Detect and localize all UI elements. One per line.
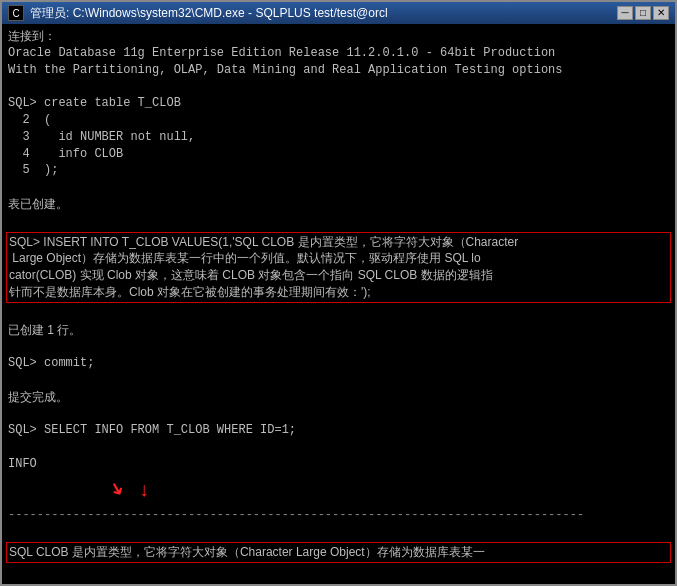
down-arrow-2: ↓	[138, 477, 150, 505]
info-header: INFO	[8, 456, 669, 473]
create-sql-1: SQL> create table T_CLOB	[8, 95, 669, 112]
terminal-area[interactable]: 连接到： Oracle Database 11g Enterprise Edit…	[2, 24, 675, 584]
blank-7	[8, 406, 669, 423]
create-sql-4: 4 info CLOB	[8, 146, 669, 163]
minimize-button[interactable]: ─	[617, 6, 633, 20]
blank-9	[8, 524, 669, 541]
window-controls: ─ □ ✕	[617, 6, 669, 20]
blank-5	[8, 338, 669, 355]
blank-3	[8, 213, 669, 230]
blank-8	[8, 439, 669, 456]
result-block: SQL CLOB 是内置类型，它将字符大对象（Character Large O…	[6, 542, 671, 563]
prompt-area: SQL> ➜ → 只能查询到一部分数据	[8, 582, 669, 584]
rows-created: 已创建 1 行。	[8, 322, 669, 339]
insert-sql-4: 针而不是数据库本身。Clob 对象在它被创建的事务处理期间有效：');	[9, 284, 668, 301]
create-sql-5: 5 );	[8, 162, 669, 179]
created-msg: 表已创建。	[8, 196, 669, 213]
insert-sql-3: cator(CLOB) 实现 Clob 对象，这意味着 CLOB 对象包含一个指…	[9, 267, 668, 284]
commit-done: 提交完成。	[8, 389, 669, 406]
oracle-info-2: With the Partitioning, OLAP, Data Mining…	[8, 62, 669, 79]
connect-label: 连接到：	[8, 28, 669, 45]
create-sql-3: 3 id NUMBER not null,	[8, 129, 669, 146]
select-sql: SQL> SELECT INFO FROM T_CLOB WHERE ID=1;	[8, 422, 669, 439]
insert-sql-1: SQL> INSERT INTO T_CLOB VALUES(1,'SQL CL…	[9, 234, 668, 251]
cmd-window: C 管理员: C:\Windows\system32\CMD.exe - SQL…	[0, 0, 677, 586]
window-title: 管理员: C:\Windows\system32\CMD.exe - SQLPL…	[30, 5, 617, 22]
insert-sql-2: Large Object）存储为数据库表某一行中的一个列值。默认情况下，驱动程序…	[9, 250, 668, 267]
separator-line: ----------------------------------------…	[8, 507, 669, 524]
insert-block: SQL> INSERT INTO T_CLOB VALUES(1,'SQL CL…	[6, 232, 671, 303]
blank-6	[8, 372, 669, 389]
oracle-info-1: Oracle Database 11g Enterprise Edition R…	[8, 45, 669, 62]
maximize-button[interactable]: □	[635, 6, 651, 20]
result-line: SQL CLOB 是内置类型，它将字符大对象（Character Large O…	[9, 544, 668, 561]
blank-2	[8, 179, 669, 196]
create-sql-2: 2 (	[8, 112, 669, 129]
titlebar: C 管理员: C:\Windows\system32\CMD.exe - SQL…	[2, 2, 675, 24]
close-button[interactable]: ✕	[653, 6, 669, 20]
blank-1	[8, 78, 669, 95]
blank-10	[8, 565, 669, 582]
commit-sql: SQL> commit;	[8, 355, 669, 372]
arrow-area-1: ➜ ↓	[8, 473, 669, 507]
down-arrow-1: ➜	[97, 475, 133, 504]
window-icon: C	[8, 5, 24, 21]
blank-4	[8, 305, 669, 322]
